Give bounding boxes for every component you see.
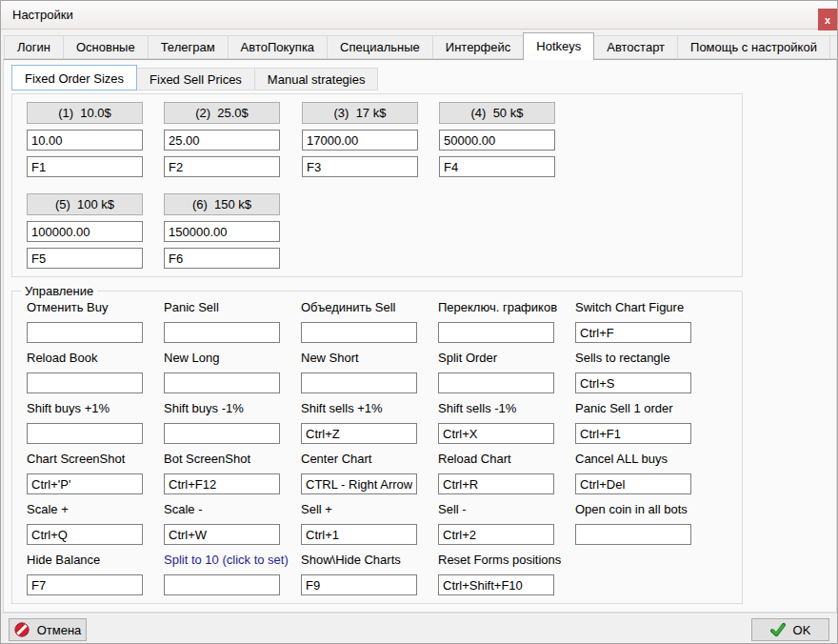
fixed-order-5-hotkey-input[interactable] — [27, 248, 143, 269]
close-icon[interactable]: x — [818, 9, 837, 31]
field-new-short-label: New Short — [301, 351, 425, 367]
field-sell-minus: Sell - — [438, 502, 562, 551]
fixed-order-5-button[interactable]: (5) 100 k$ — [27, 193, 143, 215]
fixed-order-6-hotkey-input[interactable] — [164, 248, 280, 269]
field-split-to-10-input[interactable] — [164, 574, 280, 595]
field-split-to-10: Split to 10 (click to set) — [164, 553, 288, 601]
fixed-order-1-hotkey-input[interactable] — [27, 156, 143, 177]
field-reset-forms-positions-label: Reset Forms positions — [438, 553, 562, 569]
field-split-order-label: Split Order — [438, 351, 562, 367]
tab-telegram[interactable]: Телеграм — [148, 35, 229, 59]
fixed-order-1-size-input[interactable] — [27, 130, 143, 151]
fixed-order-5-size-input[interactable] — [27, 221, 143, 242]
fixed-order-1: (1) 10.0$ — [27, 102, 143, 183]
tab-hotkeys[interactable]: Hotkeys — [523, 32, 594, 60]
fixed-order-4-size-input[interactable] — [439, 130, 555, 151]
field-scale-plus-input[interactable] — [27, 524, 143, 545]
management-groupbox-title: Управление — [21, 284, 97, 298]
field-switch-chart-figure-input[interactable] — [575, 322, 691, 343]
field-reload-chart: Reload Chart — [438, 452, 562, 500]
field-scale-plus-label: Scale + — [27, 502, 150, 518]
field-shift-buys-plus-input[interactable] — [27, 423, 143, 444]
field-hide-balance-input[interactable] — [27, 574, 143, 595]
tab-login[interactable]: Логин — [4, 35, 64, 59]
field-split-to-10-link[interactable]: Split to 10 (click to set) — [164, 553, 288, 569]
field-sell-plus-input[interactable] — [301, 524, 417, 545]
tab-pro[interactable]: PRO — [829, 35, 838, 59]
field-shift-sells-plus-label: Shift sells +1% — [301, 401, 425, 417]
field-scale-plus: Scale + — [27, 502, 150, 551]
field-new-short-input[interactable] — [301, 372, 417, 393]
field-open-coin-all-bots-input[interactable] — [575, 524, 691, 545]
field-shift-sells-minus: Shift sells -1% — [438, 401, 562, 450]
field-reload-book-label: Reload Book — [27, 351, 150, 367]
subtab-fixed-sell-prices[interactable]: Fixed Sell Prices — [136, 68, 255, 91]
field-reset-forms-positions-input[interactable] — [438, 574, 554, 595]
fixed-order-6-button[interactable]: (6) 150 k$ — [164, 193, 280, 215]
ok-button[interactable]: OK — [751, 618, 829, 641]
tab-interface[interactable]: Интерфейс — [432, 35, 524, 59]
fixed-order-4-button[interactable]: (4) 50 k$ — [439, 102, 555, 124]
tab-general[interactable]: Основные — [63, 35, 149, 59]
field-sell-minus-input[interactable] — [438, 524, 554, 545]
field-open-coin-all-bots: Open coin in all bots — [575, 502, 699, 551]
field-sells-to-rectangle-label: Sells to rectangle — [575, 351, 699, 367]
field-new-short: New Short — [301, 351, 425, 399]
tab-setup-help[interactable]: Помощь с настройкой — [677, 35, 830, 59]
field-panic-sell-1-order-input[interactable] — [575, 423, 691, 444]
field-bot-screenshot-input[interactable] — [164, 473, 280, 494]
field-chart-screenshot-input[interactable] — [27, 473, 143, 494]
field-reload-book-input[interactable] — [27, 372, 143, 393]
field-cancel-buy-input[interactable] — [27, 322, 143, 343]
subtab-fixed-order-sizes[interactable]: Fixed Order Sizes — [11, 65, 137, 91]
field-panic-sell-input[interactable] — [164, 322, 280, 343]
field-shift-buys-plus: Shift buys +1% — [27, 401, 150, 450]
field-scale-minus-label: Scale - — [164, 502, 288, 518]
fixed-order-6-size-input[interactable] — [164, 221, 280, 242]
field-sells-to-rectangle-input[interactable] — [575, 372, 691, 393]
field-show-hide-charts-label: Show\Hide Charts — [301, 553, 425, 569]
fixed-order-3-hotkey-input[interactable] — [302, 156, 418, 177]
fixed-order-2-size-input[interactable] — [164, 130, 280, 151]
field-panic-sell-1-order: Panic Sell 1 order — [575, 401, 699, 450]
subtab-manual-strategies[interactable]: Manual strategies — [254, 68, 379, 91]
field-sell-minus-label: Sell - — [438, 502, 562, 518]
fixed-order-3-button[interactable]: (3) 17 k$ — [302, 102, 418, 124]
field-center-chart-input[interactable] — [301, 473, 417, 494]
window-title: Настройки — [12, 8, 73, 22]
field-shift-sells-minus-label: Shift sells -1% — [438, 401, 562, 417]
fixed-order-2-hotkey-input[interactable] — [164, 156, 280, 177]
field-shift-sells-plus-input[interactable] — [301, 423, 417, 444]
fixed-order-6: (6) 150 k$ — [164, 193, 280, 274]
field-switch-charts-input[interactable] — [438, 322, 554, 343]
tab-special[interactable]: Специальные — [327, 35, 433, 59]
field-scale-minus-input[interactable] — [164, 524, 280, 545]
field-sell-plus-label: Sell + — [301, 502, 425, 518]
field-show-hide-charts-input[interactable] — [301, 574, 417, 595]
title-bar: Настройки x — [1, 1, 837, 30]
field-cancel-all-buys: Cancel ALL buys — [575, 452, 699, 500]
field-split-order: Split Order — [438, 351, 562, 399]
field-shift-sells-minus-input[interactable] — [438, 423, 554, 444]
fixed-order-2-button[interactable]: (2) 25.0$ — [164, 102, 280, 124]
field-sell-plus: Sell + — [301, 502, 425, 551]
field-shift-buys-minus-input[interactable] — [164, 423, 280, 444]
fixed-order-1-button[interactable]: (1) 10.0$ — [27, 102, 143, 124]
cancel-button[interactable]: Отмена — [9, 618, 87, 641]
field-cancel-all-buys-input[interactable] — [575, 473, 691, 494]
footer-bar: Отмена OK — [1, 613, 837, 644]
tab-autostart[interactable]: Автостарт — [593, 35, 678, 59]
field-merge-sell-input[interactable] — [301, 322, 417, 343]
field-split-order-input[interactable] — [438, 372, 554, 393]
field-merge-sell: Объединить Sell — [301, 300, 425, 349]
field-reset-forms-positions: Reset Forms positions — [438, 553, 562, 601]
field-switch-chart-figure: Switch Chart Figure — [575, 300, 699, 349]
field-new-long: New Long — [164, 351, 288, 399]
fixed-order-2: (2) 25.0$ — [164, 102, 280, 183]
field-reload-chart-input[interactable] — [438, 473, 554, 494]
field-panic-sell-1-order-label: Panic Sell 1 order — [575, 401, 699, 417]
fixed-order-3-size-input[interactable] — [302, 130, 418, 151]
tab-autobuy[interactable]: АвтоПокупка — [228, 35, 328, 59]
fixed-order-4-hotkey-input[interactable] — [439, 156, 555, 177]
field-new-long-input[interactable] — [164, 372, 280, 393]
